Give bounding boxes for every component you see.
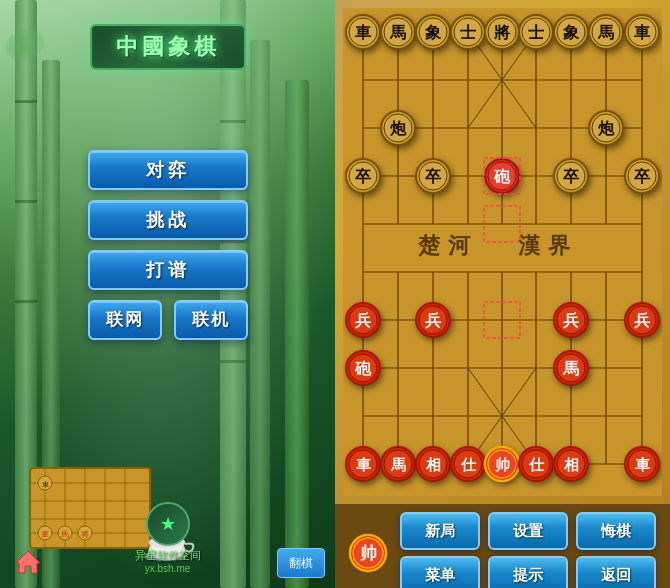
bottom-decorations: 車 馬 将 車 ★ — [0, 428, 335, 588]
controls-row-2: 菜单 提示 返回 — [397, 556, 658, 588]
brand-icon: ★ — [146, 502, 190, 546]
svg-text:士: 士 — [460, 24, 477, 41]
svg-marker-21 — [16, 551, 40, 573]
red-ju2-piece[interactable]: 車 — [625, 447, 659, 481]
right-panel: 楚河 漢界 車 馬 — [335, 0, 670, 588]
black-ju1-piece[interactable]: 車 — [346, 15, 380, 49]
brand-url: yx.bsh.me — [145, 563, 191, 574]
red-xiang2-piece[interactable]: 相 — [554, 447, 588, 481]
svg-text:漢界: 漢界 — [518, 233, 578, 258]
menu-buttons: 对弈 挑战 打谱 联网 联机 — [88, 150, 248, 340]
new-game-button[interactable]: 新局 — [400, 512, 480, 550]
svg-text:車: 車 — [355, 24, 372, 41]
svg-text:相: 相 — [425, 456, 441, 473]
svg-text:象: 象 — [563, 24, 580, 41]
svg-text:車: 車 — [356, 456, 372, 473]
black-pao1-piece[interactable]: 炮 — [381, 111, 415, 145]
tiaozhan-button[interactable]: 挑战 — [88, 200, 248, 240]
svg-text:馬: 馬 — [390, 456, 406, 473]
settings-button[interactable]: 设置 — [488, 512, 568, 550]
black-xiang2-piece[interactable]: 象 — [554, 15, 588, 49]
home-icon — [14, 549, 42, 575]
red-bing2-piece[interactable]: 兵 — [416, 303, 450, 337]
red-ma1-piece[interactable]: 馬 — [381, 447, 415, 481]
lianji-button[interactable]: 联机 — [174, 300, 248, 340]
svg-text:卒: 卒 — [425, 167, 442, 185]
svg-text:楚河: 楚河 — [418, 233, 478, 258]
svg-text:士: 士 — [528, 24, 545, 41]
chess-board-area: 楚河 漢界 車 馬 — [335, 0, 670, 504]
game-title: 中國象棋 — [90, 24, 246, 70]
left-content: 中國象棋 对弈 挑战 打谱 联网 联机 — [0, 0, 335, 588]
left-panel: 中國象棋 对弈 挑战 打谱 联网 联机 — [0, 0, 335, 588]
svg-text:馬: 馬 — [389, 24, 406, 41]
black-xiang1-piece[interactable]: 象 — [416, 15, 450, 49]
svg-text:砲: 砲 — [354, 360, 372, 377]
red-bing4-piece[interactable]: 兵 — [554, 303, 588, 337]
svg-text:車: 車 — [635, 456, 651, 473]
black-zu2-piece[interactable]: 卒 — [416, 159, 450, 193]
svg-text:卒: 卒 — [355, 167, 372, 185]
svg-text:帅: 帅 — [495, 456, 510, 473]
svg-text:兵: 兵 — [634, 311, 651, 329]
svg-text:馬: 馬 — [562, 360, 579, 377]
home-button[interactable] — [10, 546, 46, 578]
chess-board-svg: 楚河 漢界 車 馬 — [343, 8, 662, 496]
brand-badge: ★ 异星软件空间 yx.bsh.me — [135, 502, 201, 574]
flip-button[interactable]: 翻棋 — [277, 548, 325, 578]
black-zu5-piece[interactable]: 卒 — [625, 159, 659, 193]
svg-text:兵: 兵 — [425, 311, 442, 329]
svg-text:将: 将 — [80, 530, 89, 539]
brand-name: 异星软件空间 — [135, 548, 201, 563]
svg-text:相: 相 — [563, 456, 579, 473]
hint-button[interactable]: 提示 — [488, 556, 568, 588]
undo-button[interactable]: 悔棋 — [576, 512, 656, 550]
svg-text:炮: 炮 — [389, 120, 407, 137]
svg-text:車: 車 — [634, 24, 651, 41]
svg-text:砲: 砲 — [493, 168, 511, 185]
black-ju2-piece[interactable]: 車 — [625, 15, 659, 49]
red-shi2-piece[interactable]: 仕 — [519, 447, 553, 481]
svg-text:兵: 兵 — [355, 311, 372, 329]
svg-text:馬: 馬 — [597, 24, 614, 41]
black-zu1-piece[interactable]: 卒 — [346, 159, 380, 193]
svg-text:象: 象 — [425, 24, 442, 41]
black-shi2-piece[interactable]: 士 — [519, 15, 553, 49]
red-shi1-piece[interactable]: 仕 — [451, 447, 485, 481]
controls-row-1: 新局 设置 悔棋 — [397, 512, 658, 550]
red-bing5-piece[interactable]: 兵 — [625, 303, 659, 337]
black-shi1-piece[interactable]: 士 — [451, 15, 485, 49]
svg-text:兵: 兵 — [563, 311, 580, 329]
svg-text:仕: 仕 — [528, 456, 545, 473]
black-ma2-piece[interactable]: 馬 — [589, 15, 623, 49]
svg-text:卒: 卒 — [563, 167, 580, 185]
red-bing1-piece[interactable]: 兵 — [346, 303, 380, 337]
red-pao-selected-piece[interactable]: 砲 — [484, 158, 520, 194]
menu-button[interactable]: 菜单 — [400, 556, 480, 588]
red-xiang1-piece[interactable]: 相 — [416, 447, 450, 481]
dapu-button[interactable]: 打谱 — [88, 250, 248, 290]
svg-text:仕: 仕 — [460, 456, 477, 473]
red-ju1-piece[interactable]: 車 — [346, 447, 380, 481]
svg-text:帅: 帅 — [359, 544, 377, 563]
black-ma1-piece[interactable]: 馬 — [381, 15, 415, 49]
lianwang-button[interactable]: 联网 — [88, 300, 162, 340]
black-pao2-piece[interactable]: 炮 — [589, 111, 623, 145]
svg-text:馬: 馬 — [60, 530, 69, 539]
bottom-advisor-piece: 帅 — [347, 532, 389, 574]
network-buttons-row: 联网 联机 — [88, 300, 248, 340]
duizhan-button[interactable]: 对弈 — [88, 150, 248, 190]
black-zu4-piece[interactable]: 卒 — [554, 159, 588, 193]
black-jiang-piece[interactable]: 將 — [485, 15, 519, 49]
red-ma-piece[interactable]: 馬 — [554, 351, 588, 385]
svg-text:炮: 炮 — [597, 120, 615, 137]
back-button[interactable]: 返回 — [576, 556, 656, 588]
svg-text:將: 將 — [493, 24, 511, 41]
svg-text:卒: 卒 — [634, 167, 651, 185]
svg-text:車: 車 — [42, 481, 49, 488]
controls-area: 帅 新局 设置 悔棋 菜单 提示 返回 — [335, 504, 670, 588]
svg-text:車: 車 — [41, 530, 49, 539]
red-pao1-piece[interactable]: 砲 — [346, 351, 380, 385]
red-shuai-piece[interactable]: 帅 — [485, 447, 519, 481]
